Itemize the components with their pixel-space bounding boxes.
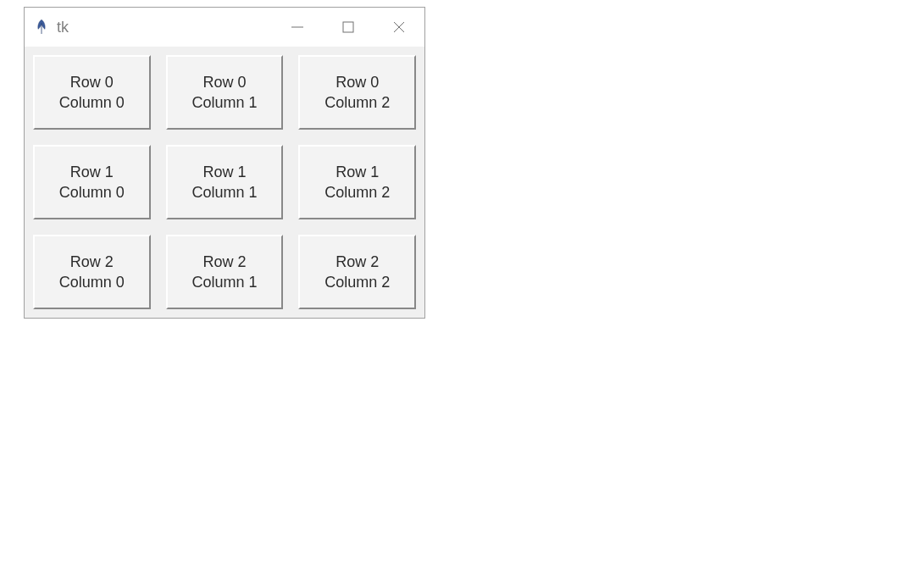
minimize-button[interactable]: [272, 8, 323, 47]
grid-button-line2: Column 2: [324, 182, 390, 202]
grid-button-1-0[interactable]: Row 1 Column 0: [33, 145, 151, 219]
grid-button-2-0[interactable]: Row 2 Column 0: [33, 235, 151, 309]
grid-button-line1: Row 2: [202, 252, 246, 272]
svg-rect-2: [343, 22, 353, 32]
grid-button-line2: Column 2: [324, 272, 390, 292]
close-button[interactable]: [374, 8, 424, 47]
window-title: tk: [57, 19, 69, 36]
grid-button-line1: Row 2: [336, 252, 379, 272]
window-controls: [272, 8, 424, 47]
grid-button-line1: Row 2: [70, 252, 114, 272]
client-area: Row 0 Column 0 Row 0 Column 1 Row 0 Colu…: [25, 47, 424, 318]
grid-button-line2: Column 1: [191, 272, 257, 292]
button-grid: Row 0 Column 0 Row 0 Column 1 Row 0 Colu…: [33, 55, 416, 309]
grid-button-1-1[interactable]: Row 1 Column 1: [166, 145, 284, 219]
grid-button-line2: Column 0: [59, 272, 125, 292]
grid-button-line2: Column 2: [324, 92, 390, 113]
grid-button-2-2[interactable]: Row 2 Column 2: [298, 235, 416, 309]
grid-button-line2: Column 0: [59, 92, 125, 113]
grid-button-0-1[interactable]: Row 0 Column 1: [166, 55, 284, 130]
grid-button-2-1[interactable]: Row 2 Column 1: [166, 235, 284, 309]
maximize-button[interactable]: [323, 8, 374, 47]
feather-icon: [33, 17, 50, 37]
grid-button-line2: Column 1: [191, 92, 257, 113]
grid-button-line1: Row 0: [336, 72, 379, 92]
grid-button-line1: Row 1: [336, 162, 379, 182]
grid-button-line2: Column 1: [191, 182, 257, 202]
grid-button-0-0[interactable]: Row 0 Column 0: [33, 55, 151, 130]
grid-button-line2: Column 0: [59, 182, 125, 202]
grid-button-line1: Row 1: [202, 162, 246, 182]
grid-button-0-2[interactable]: Row 0 Column 2: [298, 55, 416, 130]
titlebar[interactable]: tk: [25, 8, 424, 47]
app-window: tk Row 0: [24, 7, 425, 319]
grid-button-line1: Row 0: [70, 72, 114, 92]
grid-button-line1: Row 0: [202, 72, 246, 92]
grid-button-line1: Row 1: [70, 162, 114, 182]
grid-button-1-2[interactable]: Row 1 Column 2: [298, 145, 416, 219]
